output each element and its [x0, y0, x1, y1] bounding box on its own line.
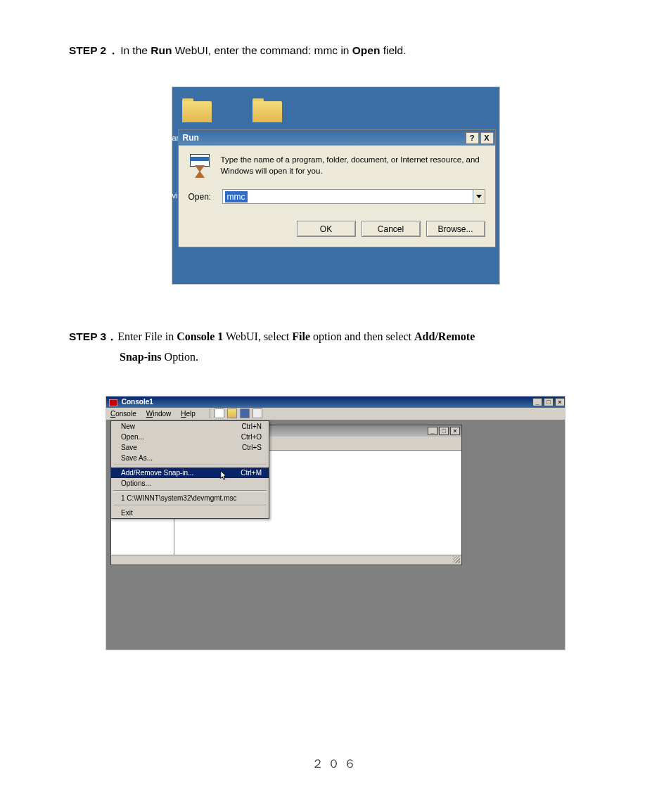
- close-button[interactable]: ×: [450, 427, 460, 435]
- new-icon[interactable]: [215, 408, 224, 418]
- tool-icon[interactable]: [253, 408, 262, 418]
- status-bar: [111, 555, 461, 565]
- console-menu-dropdown: NewCtrl+N Open...Ctrl+O SaveCtrl+S Save …: [110, 420, 269, 519]
- step-2-text: STEP 2．In the Run WebUI, enter the comma…: [69, 42, 602, 58]
- dropdown-arrow-icon[interactable]: [473, 190, 485, 203]
- menu-item-save-as[interactable]: Save As...: [111, 453, 269, 463]
- save-icon[interactable]: [240, 408, 250, 418]
- close-button[interactable]: ×: [555, 398, 565, 406]
- minimize-button[interactable]: _: [532, 398, 542, 406]
- help-button[interactable]: ?: [466, 132, 479, 144]
- dialog-description: Type the name of a program, folder, docu…: [221, 154, 485, 179]
- menu-item-exit[interactable]: Exit: [111, 508, 269, 518]
- console-titlebar[interactable]: Console1 _ □ ×: [106, 397, 565, 408]
- menu-item-options[interactable]: Options...: [111, 478, 269, 489]
- desktop-label-fragment: vi: [172, 191, 178, 200]
- menu-help[interactable]: Help: [181, 410, 196, 418]
- ok-button[interactable]: OK: [297, 221, 356, 237]
- console-title-text: Console1: [109, 398, 153, 406]
- svg-rect-0: [109, 399, 117, 406]
- close-button[interactable]: X: [480, 132, 494, 144]
- step2-dot: ．: [108, 44, 119, 56]
- open-value: mmc: [225, 191, 248, 202]
- maximize-button[interactable]: □: [439, 427, 449, 435]
- menu-item-new[interactable]: NewCtrl+N: [111, 421, 269, 432]
- step-3-text: STEP 3．Enter File in Console 1 WebUI, se…: [69, 327, 602, 368]
- menu-window[interactable]: Window: [146, 410, 172, 418]
- page-number: ２０６: [69, 756, 602, 772]
- dialog-title: Run: [183, 133, 199, 143]
- menu-item-save[interactable]: SaveCtrl+S: [111, 442, 269, 453]
- folder-icon: [182, 98, 212, 122]
- open-icon[interactable]: [227, 408, 237, 418]
- run-dialog-window: Run ? X Type the name of a program, fold…: [178, 129, 496, 247]
- run-icon: [188, 154, 214, 179]
- open-combobox[interactable]: mmc: [222, 189, 485, 204]
- maximize-button[interactable]: □: [544, 398, 554, 406]
- screenshot-run-dialog: ar vi Run ? X Type the name of a program…: [172, 86, 500, 285]
- minimize-button[interactable]: _: [428, 427, 437, 435]
- menu-item-add-remove-snapin[interactable]: Add/Remove Snap-in...Ctrl+M: [111, 468, 269, 478]
- open-label: Open:: [188, 192, 222, 202]
- step3-label: STEP 3: [69, 330, 106, 342]
- browse-button[interactable]: Browse...: [426, 221, 485, 237]
- step2-label: STEP 2: [69, 44, 106, 56]
- folder-icon: [253, 98, 282, 122]
- cancel-button[interactable]: Cancel: [362, 221, 421, 237]
- menubar: Console Window Help: [106, 408, 565, 420]
- menu-item-recent-file[interactable]: 1 C:\WINNT\system32\devmgmt.msc: [111, 493, 269, 503]
- menu-console[interactable]: Console: [110, 410, 136, 418]
- screenshot-console1: Console1 _ □ × Console Window Help _ □: [106, 396, 565, 650]
- dialog-titlebar[interactable]: Run ? X: [179, 130, 495, 146]
- menu-item-open[interactable]: Open...Ctrl+O: [111, 432, 269, 442]
- toolbar: [215, 408, 262, 418]
